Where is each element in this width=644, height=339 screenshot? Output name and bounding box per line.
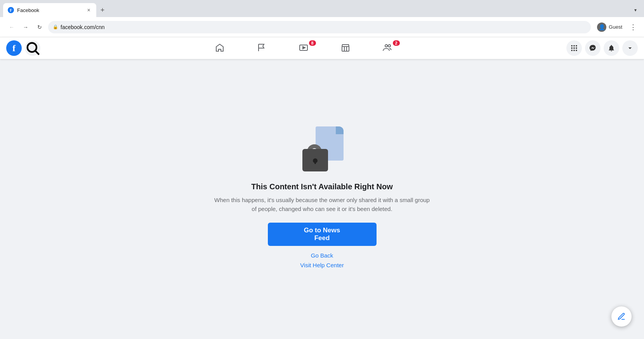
go-to-news-feed-button[interactable]: Go to News Feed bbox=[268, 223, 377, 246]
apps-button[interactable] bbox=[566, 40, 582, 56]
facebook-app: f bbox=[0, 37, 644, 339]
nav-marketplace[interactable] bbox=[326, 37, 365, 59]
nav-right bbox=[566, 40, 638, 56]
tab-favicon: F bbox=[8, 7, 14, 13]
home-icon bbox=[215, 43, 224, 52]
error-container: This Content Isn't Available Right Now W… bbox=[214, 126, 431, 272]
browser-tab[interactable]: F Facebook ✕ bbox=[3, 3, 96, 17]
new-tab-button[interactable]: + bbox=[97, 5, 108, 16]
error-title: This Content Isn't Available Right Now bbox=[251, 182, 392, 191]
account-dropdown-button[interactable] bbox=[622, 40, 638, 56]
bell-icon bbox=[608, 44, 615, 52]
nav-pages[interactable] bbox=[242, 37, 281, 59]
search-button[interactable] bbox=[25, 40, 40, 56]
address-bar: ← → ↻ 🔒 facebook.com/cnn 👤 Guest ⋮ bbox=[0, 17, 644, 37]
svg-rect-13 bbox=[571, 50, 573, 51]
error-illustration bbox=[301, 126, 344, 173]
url-bar[interactable]: 🔒 facebook.com/cnn bbox=[48, 21, 591, 33]
flag-icon bbox=[257, 43, 266, 52]
svg-rect-14 bbox=[573, 50, 575, 51]
svg-rect-10 bbox=[571, 47, 573, 48]
svg-rect-15 bbox=[576, 50, 577, 51]
messenger-icon bbox=[589, 44, 597, 52]
svg-rect-8 bbox=[573, 45, 575, 47]
video-icon bbox=[299, 43, 308, 52]
facebook-logo-f: f bbox=[12, 43, 16, 53]
reload-button[interactable]: ↻ bbox=[34, 22, 45, 33]
error-description: When this happens, it's usually because … bbox=[214, 196, 431, 213]
facebook-navbar: f bbox=[0, 37, 644, 59]
document-fold bbox=[336, 126, 344, 134]
nav-center: 8 bbox=[40, 37, 566, 59]
svg-rect-11 bbox=[573, 47, 575, 48]
messenger-button[interactable] bbox=[585, 40, 601, 56]
svg-marker-3 bbox=[303, 47, 305, 49]
svg-rect-12 bbox=[576, 47, 577, 48]
back-button[interactable]: ← bbox=[6, 22, 17, 33]
avatar: 👤 bbox=[597, 22, 606, 32]
groups-badge: 2 bbox=[393, 40, 400, 46]
svg-rect-4 bbox=[342, 47, 349, 51]
tab-close-button[interactable]: ✕ bbox=[85, 7, 92, 13]
compose-icon bbox=[617, 312, 626, 321]
main-content: This Content Isn't Available Right Now W… bbox=[0, 59, 644, 339]
user-profile-button[interactable]: 👤 Guest bbox=[594, 21, 625, 33]
svg-point-6 bbox=[388, 45, 391, 47]
go-back-link[interactable]: Go Back bbox=[311, 252, 333, 259]
url-text: facebook.com/cnn bbox=[61, 24, 105, 30]
nav-home[interactable] bbox=[200, 37, 239, 59]
svg-line-1 bbox=[36, 51, 39, 55]
svg-point-0 bbox=[28, 43, 36, 52]
forward-button[interactable]: → bbox=[20, 22, 31, 33]
facebook-logo[interactable]: f bbox=[6, 40, 22, 56]
nav-groups[interactable]: 2 bbox=[368, 37, 407, 59]
grid-icon bbox=[570, 44, 578, 52]
compose-fab-button[interactable] bbox=[611, 306, 632, 327]
lock-icon bbox=[302, 140, 330, 171]
visit-help-center-link[interactable]: Visit Help Center bbox=[300, 262, 344, 268]
chevron-down-icon bbox=[626, 44, 634, 52]
tab-title: Facebook bbox=[17, 7, 82, 13]
search-icon bbox=[25, 40, 40, 56]
security-icon: 🔒 bbox=[53, 24, 58, 29]
svg-rect-9 bbox=[576, 45, 577, 47]
notifications-button[interactable] bbox=[604, 40, 619, 56]
groups-icon bbox=[383, 43, 392, 52]
nav-watch[interactable]: 8 bbox=[284, 37, 323, 59]
video-badge: 8 bbox=[309, 40, 316, 46]
svg-point-5 bbox=[385, 45, 387, 47]
user-name: Guest bbox=[609, 24, 622, 30]
browser-menu-button[interactable]: ⋮ bbox=[628, 22, 638, 32]
svg-rect-7 bbox=[571, 45, 573, 47]
marketplace-icon bbox=[341, 43, 350, 52]
tab-list-button[interactable]: ▾ bbox=[630, 5, 641, 16]
